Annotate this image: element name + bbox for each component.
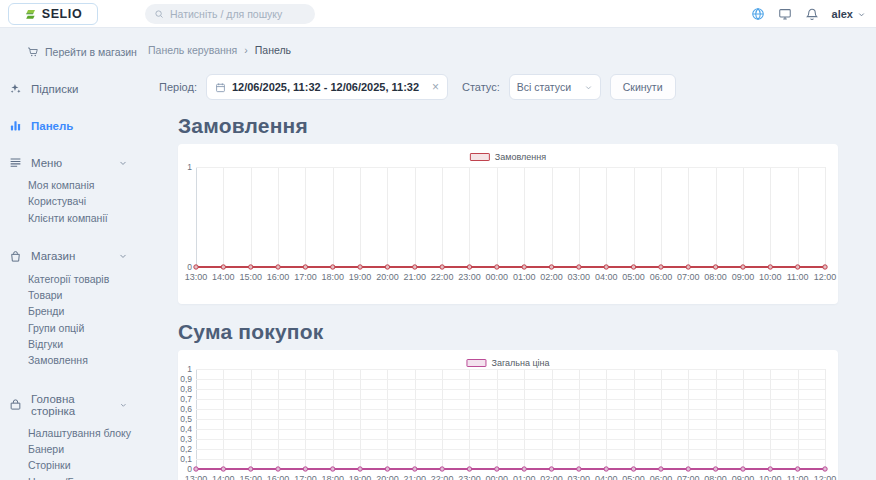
sidebar-item-label: Панель: [31, 120, 73, 132]
period-input[interactable]: 12/06/2025, 11:32 - 12/06/2025, 11:32 ×: [206, 74, 448, 100]
sidebar-item-shop[interactable]: Магазин: [0, 250, 140, 263]
notifications-bell-icon[interactable]: [805, 7, 819, 21]
sidebar-item-subscriptions[interactable]: Підписки: [0, 82, 140, 95]
sidebar-subitem[interactable]: Моя компанія: [0, 177, 140, 193]
x-tick-label: 12:00: [814, 272, 837, 282]
data-point-marker: [194, 467, 198, 471]
data-point-marker: [385, 265, 389, 269]
data-point-marker: [631, 467, 635, 471]
go-to-store-link[interactable]: Перейти в магазин: [0, 46, 140, 58]
x-tick-label: 15:00: [239, 474, 262, 480]
x-tick-label: 17:00: [294, 272, 317, 282]
y-tick-label: 0: [187, 464, 192, 474]
legend-label: Загальна ціна: [491, 358, 549, 368]
data-point-marker: [358, 467, 362, 471]
selio-logo-icon: [24, 8, 37, 21]
x-tick-label: 14:00: [212, 474, 235, 480]
data-point-marker: [303, 467, 307, 471]
v-gridline: [825, 167, 826, 267]
data-point-marker: [795, 265, 799, 269]
sidebar-item-menu[interactable]: Меню: [0, 156, 140, 169]
x-tick-label: 03:00: [568, 272, 591, 282]
x-tick-label: 05:00: [622, 272, 645, 282]
y-tick-label: 0,2: [180, 444, 192, 454]
username: alex: [832, 8, 853, 20]
series-line: [196, 369, 825, 469]
sidebar-submenu-shop: Категорії товарівТовариБрендиГрупи опцій…: [0, 271, 140, 369]
x-tick-label: 08:00: [704, 474, 727, 480]
x-tick-label: 04:00: [595, 272, 618, 282]
x-tick-label: 13:00: [185, 474, 208, 480]
sidebar-item-label: Магазин: [31, 250, 75, 262]
sidebar-item-homepage[interactable]: Головна сторінка: [0, 393, 140, 417]
data-point-marker: [795, 467, 799, 471]
user-menu[interactable]: alex: [832, 8, 866, 20]
breadcrumb-dashboard[interactable]: Панель керування: [148, 44, 237, 56]
x-tick-label: 11:00: [787, 474, 809, 480]
x-tick-label: 21:00: [404, 474, 427, 480]
home-icon: [9, 398, 22, 411]
data-point-marker: [413, 467, 417, 471]
clear-period-icon[interactable]: ×: [432, 81, 439, 93]
chart-legend[interactable]: Замовлення: [470, 152, 546, 162]
sidebar-subitem[interactable]: Замовлення: [0, 352, 140, 368]
sidebar-subitem[interactable]: Банери: [0, 441, 140, 457]
orders-chart: Замовлення13:0014:0015:0016:0017:0018:00…: [178, 144, 838, 304]
data-point-marker: [440, 265, 444, 269]
sidebar-subitem[interactable]: Клієнти компанії: [0, 210, 140, 226]
x-tick-label: 04:00: [595, 474, 618, 480]
sidebar-subitem[interactable]: Відгуки: [0, 336, 140, 352]
search-placeholder: Натисніть / для пошуку: [170, 8, 282, 20]
y-tick-label: 0,6: [180, 404, 192, 414]
data-point-marker: [741, 467, 745, 471]
x-tick-label: 11:00: [787, 272, 809, 282]
x-tick-label: 00:00: [486, 272, 509, 282]
status-select[interactable]: Всі статуси: [509, 74, 601, 100]
data-point-marker: [221, 467, 225, 471]
data-point-marker: [577, 265, 581, 269]
x-tick-label: 23:00: [458, 272, 481, 282]
x-tick-label: 03:00: [568, 474, 591, 480]
data-point-marker: [823, 467, 827, 471]
sidebar-item-dashboard[interactable]: Панель: [0, 119, 140, 132]
menu-icon: [9, 156, 22, 169]
sidebar-subitem[interactable]: Товари: [0, 287, 140, 303]
reset-button[interactable]: Скинути: [610, 74, 676, 100]
sidebar-subitem[interactable]: Бренди: [0, 303, 140, 319]
sidebar-submenu-homepage: Налаштування блокуБанериСторінкиНовини/Б…: [0, 425, 140, 480]
sidebar: Перейти в магазин ПідпискиПанельМенюМоя …: [0, 28, 140, 480]
sidebar-subitem[interactable]: Новини/Блог: [0, 474, 140, 480]
data-point-marker: [194, 265, 198, 269]
sidebar-subitem[interactable]: Сторінки: [0, 457, 140, 473]
breadcrumb-current: Панель: [255, 44, 291, 56]
chevron-down-icon: [118, 251, 128, 261]
x-tick-label: 00:00: [486, 474, 509, 480]
y-tick-label: 0,9: [180, 374, 192, 384]
language-globe-icon[interactable]: [751, 7, 765, 21]
sidebar-subitem[interactable]: Категорії товарів: [0, 271, 140, 287]
data-point-marker: [713, 265, 717, 269]
x-tick-label: 06:00: [650, 474, 673, 480]
sidebar-item-label: Меню: [31, 157, 62, 169]
x-tick-label: 18:00: [321, 474, 344, 480]
logo[interactable]: SELIO: [8, 3, 98, 25]
sidebar-subitem[interactable]: Налаштування блоку: [0, 425, 140, 441]
data-point-marker: [713, 467, 717, 471]
monitor-icon[interactable]: [778, 7, 792, 21]
data-point-marker: [768, 265, 772, 269]
sidebar-subitem[interactable]: Користувачі: [0, 193, 140, 209]
data-point-marker: [495, 467, 499, 471]
x-tick-label: 01:00: [513, 474, 536, 480]
status-label: Статус:: [462, 81, 500, 93]
x-tick-label: 19:00: [349, 272, 372, 282]
search-input[interactable]: Натисніть / для пошуку: [145, 4, 315, 24]
y-tick-label: 1: [187, 364, 192, 374]
x-tick-label: 20:00: [376, 272, 399, 282]
top-bar: SELIO Натисніть / для пошуку alex: [0, 0, 876, 28]
data-point-marker: [440, 467, 444, 471]
sparkles-icon: [9, 82, 22, 95]
chevron-down-icon: [857, 10, 866, 19]
chart-legend[interactable]: Загальна ціна: [466, 358, 549, 368]
sidebar-subitem[interactable]: Групи опцій: [0, 320, 140, 336]
x-tick-label: 16:00: [267, 272, 290, 282]
